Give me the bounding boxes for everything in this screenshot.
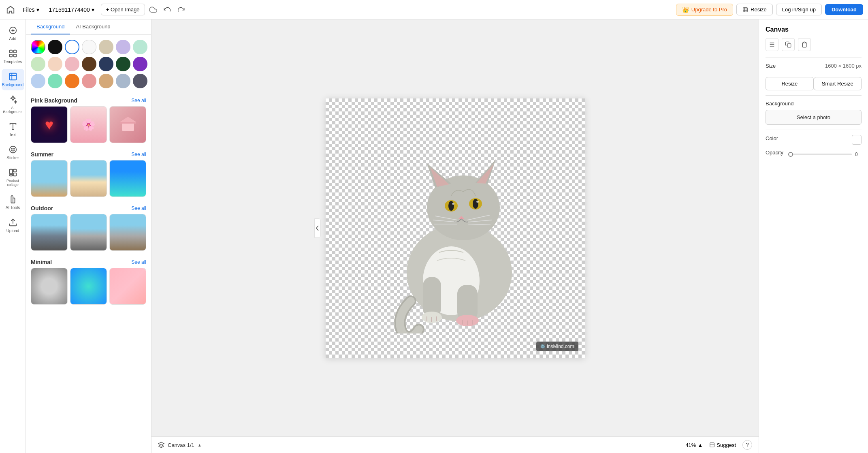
download-button[interactable]: Download bbox=[825, 4, 863, 15]
opacity-control: 0 bbox=[788, 152, 862, 157]
color-preview-swatch[interactable] bbox=[852, 135, 862, 145]
filename-menu[interactable]: 1715911774400 ▾ bbox=[46, 5, 98, 15]
sidebar-item-add[interactable]: Add bbox=[2, 23, 24, 44]
cat-image bbox=[326, 98, 585, 358]
thumbnail-minimal-blue[interactable] bbox=[70, 268, 107, 305]
layers-button[interactable] bbox=[158, 442, 164, 448]
thumbnail-minimal-pink[interactable] bbox=[109, 268, 146, 305]
svg-rect-3 bbox=[13, 50, 16, 53]
color-swatch-light-green[interactable] bbox=[31, 57, 45, 71]
panel-icon-duplicate[interactable] bbox=[782, 38, 795, 51]
svg-point-7 bbox=[9, 146, 16, 153]
right-panel: Canvas bbox=[759, 19, 868, 453]
color-swatch-light-blue[interactable] bbox=[31, 74, 45, 88]
watermark: ⚙️ insMind.com bbox=[536, 342, 578, 351]
upgrade-button[interactable]: 👑 Upgrade to Pro bbox=[676, 4, 733, 16]
svg-rect-4 bbox=[9, 54, 12, 57]
canvas-panel-title: Canvas bbox=[766, 26, 862, 33]
color-swatch-purple[interactable] bbox=[133, 57, 147, 71]
cat-svg bbox=[370, 123, 540, 333]
sidebar-item-sticker[interactable]: Sticker bbox=[2, 142, 24, 163]
sidebar-item-upload[interactable]: Upload bbox=[2, 215, 24, 236]
color-swatch-white-outline[interactable] bbox=[65, 40, 79, 54]
svg-point-8 bbox=[11, 148, 12, 149]
color-swatch-black[interactable] bbox=[48, 40, 62, 54]
color-swatch-white[interactable] bbox=[82, 40, 96, 54]
panel-icon-style[interactable] bbox=[766, 38, 778, 51]
undo-button[interactable] bbox=[161, 4, 173, 15]
suggest-button[interactable]: Suggest bbox=[706, 440, 739, 450]
color-swatch-salmon[interactable] bbox=[82, 74, 96, 88]
color-swatch-pink[interactable] bbox=[65, 57, 79, 71]
opacity-label: Opacity bbox=[766, 150, 783, 156]
see-all-pink[interactable]: See all bbox=[131, 98, 146, 103]
thumbnail-pink-flower[interactable]: 🌸 bbox=[70, 106, 107, 143]
color-swatch-warm-gray[interactable] bbox=[99, 40, 113, 54]
home-button[interactable] bbox=[5, 4, 16, 15]
help-button[interactable]: ? bbox=[742, 440, 752, 450]
color-grid bbox=[26, 35, 151, 93]
panel-tabs: Background AI Background bbox=[26, 19, 151, 35]
see-all-outdoor[interactable]: See all bbox=[131, 205, 146, 211]
svg-point-30 bbox=[473, 199, 478, 209]
color-swatch-teal[interactable] bbox=[48, 74, 62, 88]
canvas-wrapper: ⚙️ insMind.com bbox=[151, 19, 759, 436]
color-swatch-light-purple[interactable] bbox=[116, 40, 130, 54]
sidebar-item-ai-background[interactable]: AI Background bbox=[2, 92, 24, 117]
smart-resize-button[interactable]: Smart Resize bbox=[814, 77, 862, 90]
color-row: Color bbox=[766, 135, 862, 145]
login-button[interactable]: Log in/Sign up bbox=[776, 4, 822, 15]
thumbnail-beach[interactable] bbox=[70, 160, 107, 197]
svg-rect-39 bbox=[423, 277, 441, 317]
color-swatch-rainbow[interactable] bbox=[31, 40, 45, 54]
thumbnail-sky[interactable] bbox=[31, 160, 68, 197]
redo-button[interactable] bbox=[176, 4, 187, 15]
sidebar-item-product-collage[interactable]: Product collage bbox=[2, 165, 24, 190]
svg-rect-0 bbox=[743, 7, 748, 12]
tab-ai-background[interactable]: AI Background bbox=[70, 19, 116, 34]
color-swatch-dark-navy[interactable] bbox=[99, 57, 113, 71]
cloud-save-icon[interactable] bbox=[148, 5, 158, 15]
color-swatch-dark-green[interactable] bbox=[116, 57, 130, 71]
see-all-summer[interactable]: See all bbox=[131, 152, 146, 157]
color-swatch-gray-blue[interactable] bbox=[116, 74, 130, 88]
canvas-footer: Canvas 1/1 ▲ 41% ▲ Suggest ? bbox=[151, 436, 759, 453]
color-swatch-orange[interactable] bbox=[65, 74, 79, 88]
color-swatch-peach[interactable] bbox=[48, 57, 62, 71]
opacity-thumb[interactable] bbox=[788, 152, 793, 157]
section-header-summer: Summer See all bbox=[26, 147, 151, 160]
svg-rect-11 bbox=[13, 169, 16, 172]
thumbnail-heart[interactable]: ♥ bbox=[31, 106, 68, 143]
thumbnail-road[interactable] bbox=[31, 214, 68, 251]
svg-marker-49 bbox=[158, 442, 164, 445]
color-swatch-tan[interactable] bbox=[99, 74, 113, 88]
resize-header-button[interactable]: Resize bbox=[736, 4, 773, 15]
files-menu[interactable]: Files ▾ bbox=[19, 5, 43, 15]
thumbnail-minimal-gray[interactable] bbox=[31, 268, 68, 305]
collapse-panel-button[interactable] bbox=[314, 218, 321, 238]
color-swatch-brown[interactable] bbox=[82, 57, 96, 71]
resize-canvas-button[interactable]: Resize bbox=[766, 77, 814, 90]
sidebar-item-text[interactable]: Text bbox=[2, 119, 24, 140]
see-all-minimal[interactable]: See all bbox=[131, 259, 146, 265]
section-title-outdoor: Outdoor bbox=[31, 205, 53, 212]
sidebar-item-background[interactable]: Background bbox=[2, 69, 24, 90]
panel-icon-delete[interactable] bbox=[798, 38, 811, 51]
background-label: Background bbox=[766, 100, 862, 107]
sidebar-item-ai-tools[interactable]: AI Tools bbox=[2, 192, 24, 213]
thumbnail-water[interactable] bbox=[109, 160, 146, 197]
zoom-control[interactable]: 41% ▲ bbox=[685, 442, 703, 448]
section-title-pink: Pink Background bbox=[31, 97, 77, 104]
color-swatch-dark-gray[interactable] bbox=[133, 74, 147, 88]
opacity-slider[interactable] bbox=[788, 154, 852, 155]
color-swatch-mint[interactable] bbox=[133, 40, 147, 54]
thumbnail-mountain[interactable] bbox=[109, 214, 146, 251]
sidebar-item-templates[interactable]: Templates bbox=[2, 46, 24, 67]
select-photo-button[interactable]: Select a photo bbox=[766, 110, 862, 125]
tab-background[interactable]: Background bbox=[31, 19, 70, 34]
thumbnail-pink-room[interactable] bbox=[109, 106, 146, 143]
size-value: 1600 × 1600 px bbox=[825, 63, 862, 69]
thumbnail-city[interactable] bbox=[70, 214, 107, 251]
open-image-button[interactable]: + Open Image bbox=[101, 4, 145, 15]
svg-rect-2 bbox=[9, 50, 12, 53]
